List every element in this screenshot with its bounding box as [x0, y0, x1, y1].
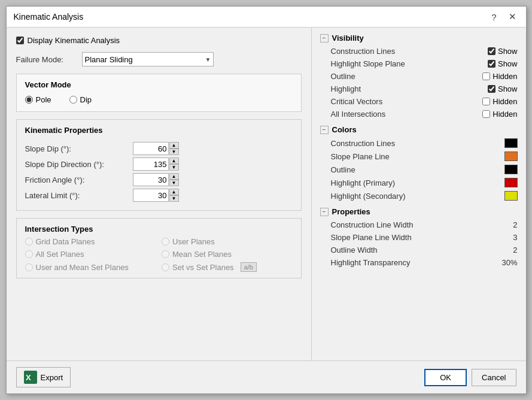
highlight-secondary-swatch[interactable] — [504, 191, 518, 201]
pole-radio-label[interactable]: Pole — [25, 95, 51, 104]
all-set-planes-option[interactable]: All Set Planes — [25, 250, 156, 259]
user-planes-radio[interactable] — [162, 238, 169, 246]
set-vs-set-radio[interactable] — [162, 263, 169, 271]
construction-lines-vis-row: Construction Lines Show — [320, 45, 518, 57]
lateral-limit-down[interactable]: ▼ — [169, 195, 179, 202]
set-vs-set-option[interactable]: Set vs Set Planes — [162, 263, 234, 272]
cancel-button[interactable]: Cancel — [472, 369, 516, 386]
construction-lines-checkbox[interactable] — [488, 47, 495, 55]
slope-dip-row: Slope Dip (°): ▲ ▼ — [25, 142, 293, 155]
slope-dip-spinners: ▲ ▼ — [169, 142, 179, 155]
failure-mode-wrapper: Planar Sliding Wedge Sliding Toppling ▼ — [82, 52, 214, 66]
slope-dip-dir-input[interactable] — [133, 157, 169, 171]
failure-mode-row: Failure Mode: Planar Sliding Wedge Slidi… — [16, 52, 302, 66]
highlight-secondary-color-label: Highlight (Secondary) — [331, 192, 504, 201]
outline-width-value: 2 — [513, 246, 517, 254]
highlight-status: Show — [498, 84, 518, 93]
user-and-mean-label: User and Mean Set Planes — [36, 263, 129, 272]
slope-dip-input[interactable] — [133, 142, 169, 155]
help-button[interactable]: ? — [489, 12, 498, 22]
user-and-mean-radio[interactable] — [25, 263, 33, 271]
outline-vis-row: Outline Hidden — [320, 70, 518, 83]
friction-angle-down[interactable]: ▼ — [169, 180, 179, 186]
highlight-secondary-color-row: Highlight (Secondary) — [320, 189, 518, 202]
pole-radio[interactable] — [25, 96, 33, 104]
all-intersections-vis-label: All Intersections — [331, 110, 483, 119]
user-planes-option[interactable]: User Planes — [162, 237, 293, 246]
colors-section: − Colors Construction Lines Slope Plane … — [320, 125, 518, 202]
dialog-body: Display Kinematic Analysis Failure Mode:… — [7, 28, 526, 360]
all-set-planes-radio[interactable] — [25, 250, 33, 258]
construction-lines-color-row: Construction Lines — [320, 137, 518, 150]
export-label: Export — [41, 373, 63, 382]
critical-vectors-vis-row: Critical Vectors Hidden — [320, 95, 518, 108]
highlight-primary-swatch[interactable] — [504, 178, 518, 187]
title-bar: Kinematic Analysis ? ✕ — [7, 7, 526, 28]
all-intersections-vis-row: All Intersections Hidden — [320, 108, 518, 120]
visibility-collapse-btn[interactable]: − — [320, 34, 329, 43]
highlight-checkbox[interactable] — [488, 85, 495, 93]
lateral-limit-up[interactable]: ▲ — [169, 189, 179, 195]
slope-plane-line-width-label: Slope Plane Line Width — [331, 233, 513, 242]
user-planes-label: User Planes — [172, 237, 215, 246]
colors-label: Colors — [332, 125, 357, 134]
slope-dip-dir-up[interactable]: ▲ — [169, 157, 179, 164]
dip-radio[interactable] — [69, 96, 77, 104]
construction-lines-vis-label: Construction Lines — [331, 47, 488, 56]
highlight-slope-checkbox[interactable] — [488, 60, 495, 68]
mean-set-planes-radio[interactable] — [162, 250, 169, 258]
properties-section: − Properties Construction Line Width 2 S… — [320, 207, 518, 269]
highlight-transparency-row: Highlight Transparency 30% — [320, 256, 518, 269]
failure-mode-label: Failure Mode: — [16, 55, 76, 64]
display-kinematic-row: Display Kinematic Analysis — [16, 36, 302, 45]
ab-button[interactable]: a/b — [241, 262, 257, 272]
slope-dip-dir-control: ▲ ▼ — [133, 157, 179, 171]
dialog-footer: X Export OK Cancel — [7, 360, 526, 393]
construction-lines-status: Show — [498, 47, 518, 56]
intersection-types-grid: Grid Data Planes User Planes All Set Pla… — [25, 237, 293, 272]
footer-right: OK Cancel — [424, 369, 516, 386]
outline-width-row: Outline Width 2 — [320, 244, 518, 256]
vector-mode-group: Pole Dip — [25, 92, 293, 105]
close-button[interactable]: ✕ — [506, 11, 519, 22]
export-button[interactable]: X Export — [16, 367, 71, 387]
dip-radio-label[interactable]: Dip — [69, 95, 92, 104]
slope-dip-dir-down[interactable]: ▼ — [169, 164, 179, 171]
slope-plane-line-swatch[interactable] — [504, 151, 518, 161]
outline-swatch[interactable] — [504, 165, 518, 174]
properties-label: Properties — [332, 207, 370, 216]
visibility-section: − Visibility Construction Lines Show Hig… — [320, 34, 518, 120]
dialog-title: Kinematic Analysis — [14, 12, 84, 22]
critical-vectors-checkbox[interactable] — [482, 98, 490, 105]
slope-dip-up[interactable]: ▲ — [169, 142, 179, 149]
construction-lines-swatch[interactable] — [504, 138, 518, 148]
ok-button[interactable]: OK — [424, 369, 467, 386]
highlight-check-group: Show — [488, 84, 518, 93]
outline-status: Hidden — [493, 72, 517, 81]
lateral-limit-row: Lateral Limit (°): ▲ ▼ — [25, 189, 293, 202]
grid-data-planes-radio[interactable] — [25, 238, 33, 246]
user-and-mean-option[interactable]: User and Mean Set Planes — [25, 262, 156, 272]
outline-check-group: Hidden — [482, 72, 517, 81]
title-bar-controls: ? ✕ — [489, 11, 518, 22]
properties-collapse-btn[interactable]: − — [320, 208, 329, 216]
grid-data-planes-option[interactable]: Grid Data Planes — [25, 237, 156, 246]
friction-angle-input[interactable] — [133, 173, 169, 186]
construction-lines-color-label: Construction Lines — [331, 139, 504, 148]
slope-dip-down[interactable]: ▼ — [169, 149, 179, 155]
display-kinematic-checkbox[interactable] — [16, 37, 24, 44]
colors-collapse-btn[interactable]: − — [320, 126, 329, 134]
all-intersections-checkbox[interactable] — [482, 110, 490, 118]
mean-set-planes-option[interactable]: Mean Set Planes — [162, 250, 293, 259]
highlight-slope-check-group: Show — [488, 59, 518, 68]
lateral-limit-input[interactable] — [133, 189, 169, 202]
left-panel: Display Kinematic Analysis Failure Mode:… — [7, 28, 312, 360]
outline-checkbox[interactable] — [482, 72, 490, 80]
friction-angle-label: Friction Angle (°): — [25, 175, 133, 184]
failure-mode-dropdown[interactable]: Planar Sliding Wedge Sliding Toppling — [82, 52, 214, 66]
highlight-slope-status: Show — [498, 59, 518, 68]
highlight-vis-row: Highlight Show — [320, 83, 518, 95]
outline-color-label: Outline — [331, 165, 504, 174]
friction-angle-up[interactable]: ▲ — [169, 173, 179, 180]
excel-icon: X — [24, 371, 37, 384]
